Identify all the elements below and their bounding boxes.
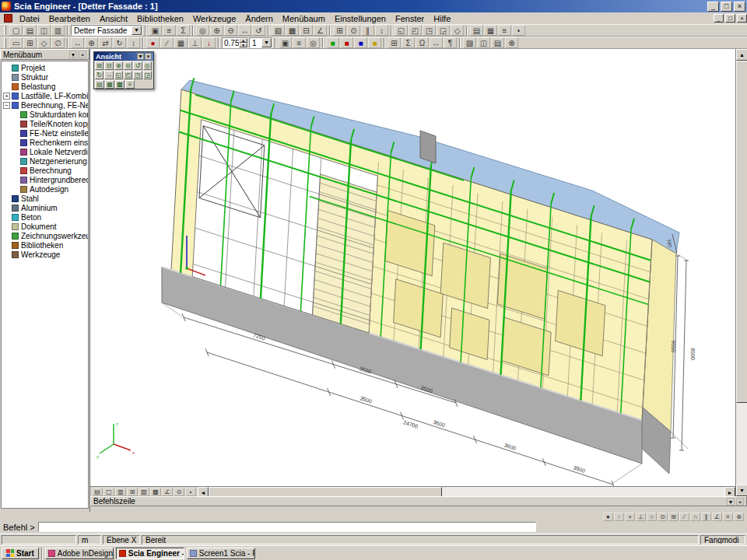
- move-icon[interactable]: ↔: [71, 37, 84, 48]
- calculation-icon[interactable]: Σ: [402, 37, 415, 48]
- grid-toggle-icon[interactable]: ⊙: [174, 488, 184, 496]
- status-units[interactable]: m: [78, 535, 101, 544]
- toolbar-grip[interactable]: [4, 26, 6, 35]
- select-poly-icon[interactable]: ◇: [37, 37, 51, 48]
- wireframe-icon[interactable]: ▧: [272, 25, 285, 36]
- ortho-icon[interactable]: ∥: [361, 25, 374, 36]
- info-icon[interactable]: •: [512, 25, 525, 36]
- tree-item-belastung[interactable]: Belastung: [2, 82, 88, 91]
- zoom-selection-icon[interactable]: ◎: [143, 61, 152, 70]
- node-icon[interactable]: ●: [146, 37, 160, 48]
- view-top-icon[interactable]: ◰: [124, 71, 132, 79]
- save-icon[interactable]: ◫: [37, 25, 51, 36]
- menu-hilfe[interactable]: Hilfe: [429, 13, 455, 24]
- ansicht-palette-header[interactable]: Ansicht ▼ ×: [94, 52, 153, 61]
- zoom-all-icon[interactable]: ⊞: [95, 61, 103, 70]
- text-icon[interactable]: ¶: [444, 37, 457, 48]
- tree-item-lokale-netzverdichtung[interactable]: Lokale Netzverdichtung: [2, 147, 88, 156]
- task-button-adobe-indesign-c[interactable]: Adobe InDesign C...: [45, 548, 114, 559]
- scroll-right-icon[interactable]: ►: [724, 487, 735, 497]
- color-yellow-icon[interactable]: ■: [368, 37, 381, 48]
- zoom-previous-icon[interactable]: ↺: [133, 61, 142, 70]
- expander-icon[interactable]: −: [3, 102, 10, 109]
- print-icon[interactable]: ▥: [51, 25, 65, 36]
- minimize-button[interactable]: _: [714, 14, 724, 23]
- page-setup-icon[interactable]: ▢: [103, 488, 114, 496]
- color-red-icon[interactable]: ■: [340, 37, 353, 48]
- lock-icon[interactable]: ⊗: [505, 37, 518, 48]
- snap-settings-icon[interactable]: ⊗: [734, 513, 744, 521]
- command-input[interactable]: [38, 522, 536, 532]
- palette-menu-icon[interactable]: ▼: [137, 53, 144, 60]
- expander-icon[interactable]: +: [3, 93, 10, 100]
- menu-einstellungen[interactable]: Einstellungen: [330, 13, 391, 24]
- zoom-out-icon[interactable]: ⊖: [124, 61, 132, 70]
- close-icon[interactable]: ×: [736, 498, 744, 506]
- tree-item-stahl[interactable]: Stahl: [2, 194, 88, 203]
- close-icon[interactable]: ×: [79, 51, 86, 58]
- render-mode-icon[interactable]: ▦: [105, 80, 114, 89]
- child-window-icon[interactable]: [4, 14, 12, 23]
- zoom-fit-icon[interactable]: ⊞: [127, 488, 138, 496]
- mesh-icon[interactable]: ⊞: [388, 37, 401, 48]
- pan-icon[interactable]: ↔: [238, 25, 251, 36]
- spin-down-icon[interactable]: ▼: [239, 43, 247, 47]
- layer-manager-icon[interactable]: ≡: [293, 37, 306, 48]
- tree-item-fe-netz-einstellen[interactable]: FE-Netz einstellen: [2, 128, 88, 138]
- shading-icon[interactable]: ▩: [115, 80, 124, 89]
- tree-item-werkzeuge[interactable]: Werkzeuge: [2, 250, 88, 259]
- menu-bearbeiten[interactable]: Bearbeiten: [44, 13, 95, 24]
- support-icon[interactable]: ⊥: [188, 37, 202, 48]
- scroll-down-icon[interactable]: ▼: [736, 485, 747, 496]
- copy-picture-icon[interactable]: ▣: [149, 25, 162, 36]
- tree-item-autodesign[interactable]: Autodesign: [2, 184, 88, 194]
- document-icon[interactable]: ▤: [470, 25, 483, 36]
- snap-line-icon[interactable]: ∕: [679, 513, 689, 521]
- menu-werkzeuge[interactable]: Werkzeuge: [188, 13, 240, 24]
- zoom-out-icon[interactable]: ⊖: [224, 25, 237, 36]
- snap-arc-icon[interactable]: ∩: [690, 513, 700, 521]
- menu-tree-header[interactable]: Menübaum ▾ ×: [0, 49, 89, 60]
- dimension-icon[interactable]: ↔: [430, 37, 443, 48]
- scale-stepper[interactable]: 0.75 ▲▼: [222, 37, 248, 48]
- layer-combo[interactable]: 1 ▼: [249, 37, 272, 48]
- view-front-icon[interactable]: ◱: [114, 71, 123, 79]
- view-settings-icon[interactable]: ▤: [95, 80, 104, 89]
- task-button-scia-engineer[interactable]: Scia Engineer - [...: [116, 548, 184, 559]
- snap-icon[interactable]: ⊙: [347, 25, 360, 36]
- tree-item-struktur[interactable]: Struktur: [2, 72, 88, 82]
- tree-item-lastf-lle-lf-kombination[interactable]: +Lastfälle, LF-Kombination: [2, 91, 88, 100]
- grid-icon[interactable]: ⊞: [333, 25, 346, 36]
- chevron-down-icon[interactable]: ▼: [132, 26, 142, 35]
- tree-item-projekt[interactable]: Projekt: [2, 63, 88, 72]
- axon-view-icon[interactable]: ◲: [437, 25, 450, 36]
- previous-view-icon[interactable]: ↺: [252, 25, 265, 36]
- snap-perpendicular-icon[interactable]: ⊥: [636, 513, 646, 521]
- tree-item-berechnung-fe-netz[interactable]: −Berechnung, FE-Netz: [2, 100, 88, 110]
- print-icon[interactable]: ▥: [115, 488, 126, 496]
- tree-item-hintergrundberechnung[interactable]: Hintergrundberechnung: [2, 175, 88, 184]
- load-arrow-icon[interactable]: ↓: [202, 37, 216, 48]
- horizontal-scrollbar[interactable]: ◄ ►: [198, 487, 735, 497]
- restore-button[interactable]: □: [721, 2, 732, 12]
- scroll-up-icon[interactable]: ▲: [736, 49, 747, 61]
- menu-men-baum[interactable]: Menübaum: [278, 13, 330, 24]
- snap-grid-icon[interactable]: ⊞: [668, 513, 679, 521]
- menu-ndern[interactable]: Ändern: [240, 13, 277, 24]
- side-view-icon[interactable]: ◳: [423, 25, 436, 36]
- snap-node-icon[interactable]: ⊙: [658, 513, 668, 521]
- zoom-in-icon[interactable]: ⊕: [114, 61, 123, 70]
- select-icon[interactable]: ▭: [9, 37, 23, 48]
- visibility-icon[interactable]: ◎: [307, 37, 320, 48]
- restore-button[interactable]: □: [725, 14, 735, 23]
- measure-icon[interactable]: ↕: [375, 25, 388, 36]
- top-view-icon[interactable]: ◰: [409, 25, 422, 36]
- tree-item-zeichnungswerkzeuge[interactable]: Zeichnungswerkzeuge: [2, 231, 88, 240]
- app-icon[interactable]: [2, 2, 11, 11]
- snap-ortho-icon[interactable]: ∥: [701, 513, 711, 521]
- color-green-icon[interactable]: ■: [326, 37, 339, 48]
- tree-item-berechnung[interactable]: Berechnung: [2, 166, 88, 175]
- view-axon-icon[interactable]: ◲: [143, 71, 152, 79]
- front-view-icon[interactable]: ◱: [395, 25, 408, 36]
- autohide-pin-icon[interactable]: ▾: [727, 498, 735, 506]
